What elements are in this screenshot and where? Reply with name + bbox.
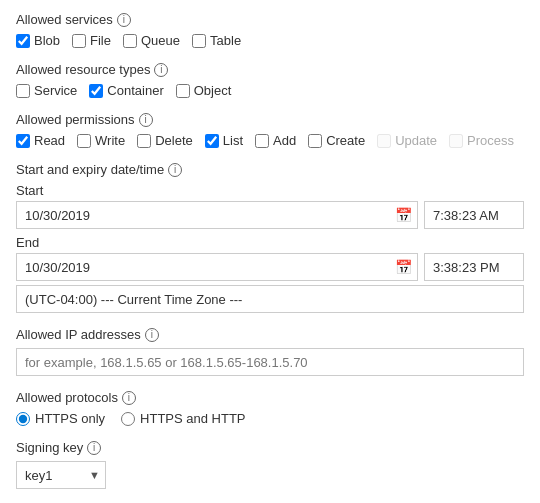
start-date-wrapper: 📅 [16,201,418,229]
signing-key-select[interactable]: key1 key2 [16,461,106,489]
allowed-permissions-label: Allowed permissions i [16,112,524,127]
allowed-services-section: Allowed services i Blob File Queue Table [16,12,524,48]
allowed-ip-label: Allowed IP addresses i [16,327,524,342]
allowed-ip-input[interactable] [16,348,524,376]
allowed-permissions-options: Read Write Delete List Add Create Update [16,133,524,148]
checkbox-blob[interactable]: Blob [16,33,60,48]
end-label: End [16,235,524,250]
end-date-group: End 📅 [16,235,524,313]
signing-key-select-wrapper: key1 key2 ▼ [16,461,106,489]
allowed-services-info-icon[interactable]: i [117,13,131,27]
checkbox-update: Update [377,133,437,148]
checkbox-container[interactable]: Container [89,83,163,98]
signing-key-section: Signing key i key1 key2 ▼ [16,440,524,489]
allowed-protocols-info-icon[interactable]: i [122,391,136,405]
checkbox-read[interactable]: Read [16,133,65,148]
start-date-input[interactable] [16,201,418,229]
allowed-resource-types-section: Allowed resource types i Service Contain… [16,62,524,98]
allowed-resource-types-info-icon[interactable]: i [154,63,168,77]
end-date-calendar-icon[interactable]: 📅 [395,259,412,275]
checkbox-delete[interactable]: Delete [137,133,193,148]
checkbox-service[interactable]: Service [16,83,77,98]
start-expiry-info-icon[interactable]: i [168,163,182,177]
start-time-input[interactable] [424,201,524,229]
allowed-protocols-section: Allowed protocols i HTTPS only HTTPS and… [16,390,524,426]
end-date-row: 📅 [16,253,524,281]
allowed-ip-info-icon[interactable]: i [145,328,159,342]
end-date-input[interactable] [16,253,418,281]
allowed-permissions-info-icon[interactable]: i [139,113,153,127]
checkbox-object[interactable]: Object [176,83,232,98]
timezone-input[interactable] [16,285,524,313]
allowed-protocols-options: HTTPS only HTTPS and HTTP [16,411,524,426]
start-expiry-section: Start and expiry date/time i Start 📅 End… [16,162,524,313]
checkbox-add[interactable]: Add [255,133,296,148]
allowed-protocols-label: Allowed protocols i [16,390,524,405]
allowed-ip-section: Allowed IP addresses i [16,327,524,376]
timezone-row [16,285,524,313]
start-expiry-label: Start and expiry date/time i [16,162,524,177]
allowed-services-label: Allowed services i [16,12,524,27]
start-date-row: 📅 [16,201,524,229]
allowed-permissions-section: Allowed permissions i Read Write Delete … [16,112,524,148]
allowed-resource-types-options: Service Container Object [16,83,524,98]
allowed-services-options: Blob File Queue Table [16,33,524,48]
checkbox-process: Process [449,133,514,148]
radio-https-http[interactable]: HTTPS and HTTP [121,411,245,426]
start-label: Start [16,183,524,198]
start-date-calendar-icon[interactable]: 📅 [395,207,412,223]
radio-https-only[interactable]: HTTPS only [16,411,105,426]
checkbox-file[interactable]: File [72,33,111,48]
end-date-wrapper: 📅 [16,253,418,281]
checkbox-queue[interactable]: Queue [123,33,180,48]
checkbox-list[interactable]: List [205,133,243,148]
checkbox-write[interactable]: Write [77,133,125,148]
checkbox-table[interactable]: Table [192,33,241,48]
end-time-input[interactable] [424,253,524,281]
allowed-resource-types-label: Allowed resource types i [16,62,524,77]
checkbox-create[interactable]: Create [308,133,365,148]
start-date-group: Start 📅 [16,183,524,229]
signing-key-label: Signing key i [16,440,524,455]
signing-key-info-icon[interactable]: i [87,441,101,455]
